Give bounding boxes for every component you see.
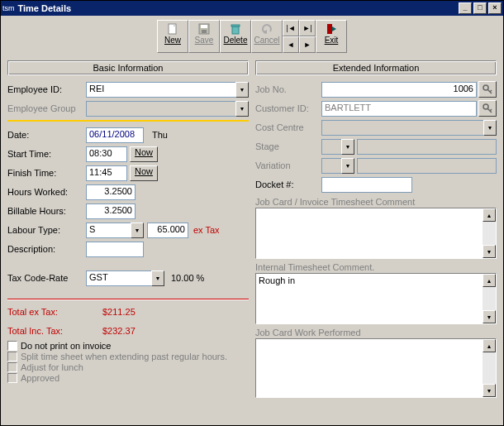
docket-field[interactable] <box>321 177 412 193</box>
svg-rect-6 <box>231 25 240 26</box>
basic-info-panel: Basic Information Employee ID: REI ▼ Emp… <box>7 60 249 398</box>
scroll-down-icon[interactable]: ▼ <box>483 384 496 397</box>
total-ex-tax-value: $211.25 <box>102 307 136 317</box>
billable-hours-label: Billable Hours: <box>7 206 86 216</box>
description-field[interactable] <box>86 242 144 257</box>
comment3-textarea[interactable]: ▲ ▼ <box>255 338 497 398</box>
titlebar: tsm Time Details _ □ × <box>1 1 503 16</box>
comment2-label: Internal Timesheet Comment. <box>255 262 497 272</box>
save-icon <box>189 22 219 36</box>
undo-icon <box>252 22 282 36</box>
checkbox-no-print[interactable]: Do not print on invoice <box>7 341 249 351</box>
checkbox-icon <box>7 341 17 351</box>
scrollbar[interactable]: ▲ ▼ <box>483 339 496 397</box>
minimize-button[interactable]: _ <box>459 2 472 14</box>
finish-time-field[interactable]: 11:45 <box>86 165 127 181</box>
employee-id-field[interactable]: REI <box>86 82 235 98</box>
tax-code-dropdown[interactable]: ▼ <box>151 270 164 286</box>
total-inc-tax-value: $232.37 <box>102 326 136 336</box>
date-field[interactable]: 06/11/2008 <box>86 127 144 143</box>
description-label: Description: <box>7 244 86 254</box>
close-button[interactable]: × <box>488 2 502 14</box>
scroll-down-icon[interactable]: ▼ <box>483 310 496 323</box>
job-no-lookup-button[interactable] <box>478 81 497 98</box>
customer-lookup-button[interactable] <box>478 100 497 117</box>
checkbox-icon <box>7 362 17 372</box>
extended-info-header: Extended Information <box>255 60 497 75</box>
hours-worked-field[interactable]: 3.2500 <box>86 184 136 200</box>
employee-id-dropdown[interactable]: ▼ <box>235 82 249 98</box>
comment1-textarea[interactable]: ▲ ▼ <box>255 208 497 259</box>
svg-line-15 <box>490 109 492 111</box>
window-title: Time Details <box>18 3 72 13</box>
delete-button[interactable]: Delete <box>220 20 251 53</box>
customer-id-field[interactable]: BARTLETT <box>321 101 477 117</box>
new-icon <box>158 22 188 36</box>
tax-code-label: Tax Code-Rate <box>7 273 86 283</box>
variation-code-field <box>321 158 341 174</box>
stage-dropdown[interactable]: ▼ <box>341 139 354 155</box>
scrollbar[interactable]: ▲ ▼ <box>483 274 496 323</box>
scroll-up-icon[interactable]: ▲ <box>483 274 496 287</box>
stage-code-field <box>321 139 341 155</box>
tax-code-field[interactable]: GST <box>86 270 151 286</box>
scrollbar[interactable]: ▲ ▼ <box>483 208 496 258</box>
exit-button[interactable]: Exit <box>316 20 347 53</box>
scroll-up-icon[interactable]: ▲ <box>483 208 496 222</box>
checkbox-split: Split time sheet when extending past reg… <box>7 352 249 361</box>
nav-next-button[interactable]: ► <box>299 36 316 53</box>
hours-worked-label: Hours Worked: <box>7 187 86 197</box>
extended-info-panel: Extended Information Job No. 1006 Custom… <box>255 60 497 398</box>
svg-line-12 <box>490 90 492 92</box>
nav-last-button[interactable]: ►| <box>299 20 316 36</box>
employee-group-field <box>86 101 235 117</box>
checkbox-approved: Approved <box>7 373 249 383</box>
checkbox-icon <box>7 352 17 361</box>
basic-info-header: Basic Information <box>7 60 249 75</box>
labour-type-dropdown[interactable]: ▼ <box>131 223 144 238</box>
labour-type-field[interactable]: S <box>86 223 131 238</box>
billable-hours-field[interactable]: 3.2500 <box>86 203 136 219</box>
labour-type-label: Labour Type: <box>7 225 86 235</box>
cancel-button[interactable]: Cancel <box>251 20 283 53</box>
key-icon <box>483 103 492 113</box>
key-icon <box>483 84 492 94</box>
variation-desc-field <box>357 158 497 174</box>
tax-pct-label: 10.00 % <box>171 273 204 283</box>
day-label: Thu <box>152 130 168 140</box>
nav-prev-button[interactable]: ◄ <box>283 36 299 53</box>
cost-centre-dropdown[interactable]: ▼ <box>483 120 497 136</box>
total-inc-tax-label: Total Inc. Tax: <box>7 326 86 336</box>
ex-tax-label: ex Tax <box>193 225 220 235</box>
stage-label: Stage <box>255 141 321 151</box>
finish-time-label: Finish Time: <box>7 168 86 178</box>
customer-id-label: Customer ID: <box>255 103 321 113</box>
scroll-up-icon[interactable]: ▲ <box>483 339 496 352</box>
maximize-button[interactable]: □ <box>473 2 487 14</box>
stage-desc-field <box>357 139 497 155</box>
scroll-down-icon[interactable]: ▼ <box>483 245 496 258</box>
labour-rate-field[interactable]: 65.000 <box>147 223 188 238</box>
variation-dropdown[interactable]: ▼ <box>341 158 354 174</box>
comment2-textarea[interactable]: Rough in ▲ ▼ <box>255 273 497 324</box>
delete-icon <box>221 22 250 36</box>
variation-label: Variation <box>255 160 321 170</box>
employee-group-dropdown[interactable]: ▼ <box>235 101 249 117</box>
start-time-field[interactable]: 08:30 <box>86 146 127 162</box>
nav-first-button[interactable]: |◄ <box>283 20 299 36</box>
save-button[interactable]: Save <box>188 20 220 53</box>
finish-now-button[interactable]: Now <box>130 165 158 181</box>
client-area: New Save Delete Cancel |◄ ►| ◄ ► <box>1 16 503 425</box>
nav-buttons: |◄ ►| ◄ ► <box>283 20 316 53</box>
svg-rect-3 <box>201 25 207 28</box>
toolbar: New Save Delete Cancel |◄ ►| ◄ ► <box>1 16 503 55</box>
job-no-field[interactable]: 1006 <box>321 82 477 98</box>
cost-centre-field <box>321 120 483 136</box>
app-badge: tsm <box>2 4 15 12</box>
checkbox-icon <box>7 373 17 383</box>
comment3-label: Job Card Work Performed <box>255 328 497 337</box>
start-now-button[interactable]: Now <box>130 146 158 162</box>
svg-rect-4 <box>202 30 207 33</box>
cost-centre-label: Cost Centre <box>255 122 321 132</box>
new-button[interactable]: New <box>157 20 188 53</box>
